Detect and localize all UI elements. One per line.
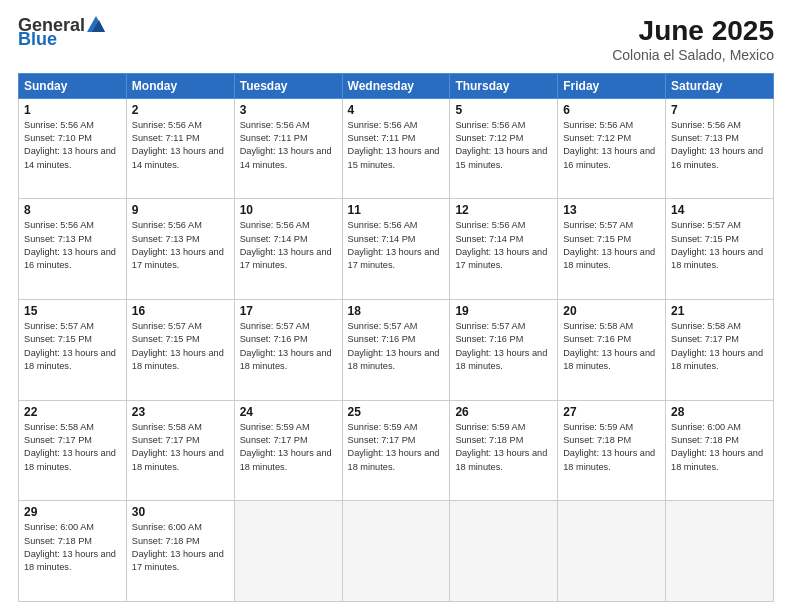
day-info: Sunrise: 5:58 AM Sunset: 7:16 PM Dayligh… bbox=[563, 320, 660, 373]
table-row: 7 Sunrise: 5:56 AM Sunset: 7:13 PM Dayli… bbox=[666, 98, 774, 199]
calendar-subtitle: Colonia el Salado, Mexico bbox=[612, 47, 774, 63]
day-info: Sunrise: 5:58 AM Sunset: 7:17 PM Dayligh… bbox=[671, 320, 768, 373]
day-number: 1 bbox=[24, 103, 121, 117]
day-number: 13 bbox=[563, 203, 660, 217]
calendar-row: 1 Sunrise: 5:56 AM Sunset: 7:10 PM Dayli… bbox=[19, 98, 774, 199]
day-number: 27 bbox=[563, 405, 660, 419]
day-info: Sunrise: 5:58 AM Sunset: 7:17 PM Dayligh… bbox=[132, 421, 229, 474]
table-row: 22 Sunrise: 5:58 AM Sunset: 7:17 PM Dayl… bbox=[19, 400, 127, 501]
day-number: 9 bbox=[132, 203, 229, 217]
day-info: Sunrise: 5:58 AM Sunset: 7:17 PM Dayligh… bbox=[24, 421, 121, 474]
calendar-row: 29 Sunrise: 6:00 AM Sunset: 7:18 PM Dayl… bbox=[19, 501, 774, 602]
day-number: 8 bbox=[24, 203, 121, 217]
logo-icon bbox=[87, 16, 105, 32]
day-number: 21 bbox=[671, 304, 768, 318]
day-number: 28 bbox=[671, 405, 768, 419]
table-row bbox=[342, 501, 450, 602]
day-info: Sunrise: 5:57 AM Sunset: 7:15 PM Dayligh… bbox=[24, 320, 121, 373]
day-info: Sunrise: 6:00 AM Sunset: 7:18 PM Dayligh… bbox=[671, 421, 768, 474]
calendar-row: 8 Sunrise: 5:56 AM Sunset: 7:13 PM Dayli… bbox=[19, 199, 774, 300]
table-row: 16 Sunrise: 5:57 AM Sunset: 7:15 PM Dayl… bbox=[126, 300, 234, 401]
header: General Blue June 2025 Colonia el Salado… bbox=[18, 16, 774, 63]
day-info: Sunrise: 5:56 AM Sunset: 7:13 PM Dayligh… bbox=[671, 119, 768, 172]
table-row: 28 Sunrise: 6:00 AM Sunset: 7:18 PM Dayl… bbox=[666, 400, 774, 501]
day-number: 10 bbox=[240, 203, 337, 217]
day-number: 16 bbox=[132, 304, 229, 318]
day-info: Sunrise: 5:59 AM Sunset: 7:17 PM Dayligh… bbox=[240, 421, 337, 474]
header-row: Sunday Monday Tuesday Wednesday Thursday… bbox=[19, 73, 774, 98]
day-number: 7 bbox=[671, 103, 768, 117]
table-row: 19 Sunrise: 5:57 AM Sunset: 7:16 PM Dayl… bbox=[450, 300, 558, 401]
calendar-row: 15 Sunrise: 5:57 AM Sunset: 7:15 PM Dayl… bbox=[19, 300, 774, 401]
table-row: 21 Sunrise: 5:58 AM Sunset: 7:17 PM Dayl… bbox=[666, 300, 774, 401]
calendar-title: June 2025 bbox=[612, 16, 774, 47]
table-row: 2 Sunrise: 5:56 AM Sunset: 7:11 PM Dayli… bbox=[126, 98, 234, 199]
day-info: Sunrise: 5:56 AM Sunset: 7:13 PM Dayligh… bbox=[132, 219, 229, 272]
day-number: 14 bbox=[671, 203, 768, 217]
table-row: 30 Sunrise: 6:00 AM Sunset: 7:18 PM Dayl… bbox=[126, 501, 234, 602]
day-info: Sunrise: 5:56 AM Sunset: 7:11 PM Dayligh… bbox=[348, 119, 445, 172]
table-row: 4 Sunrise: 5:56 AM Sunset: 7:11 PM Dayli… bbox=[342, 98, 450, 199]
table-row: 23 Sunrise: 5:58 AM Sunset: 7:17 PM Dayl… bbox=[126, 400, 234, 501]
table-row: 14 Sunrise: 5:57 AM Sunset: 7:15 PM Dayl… bbox=[666, 199, 774, 300]
day-number: 19 bbox=[455, 304, 552, 318]
day-info: Sunrise: 6:00 AM Sunset: 7:18 PM Dayligh… bbox=[24, 521, 121, 574]
day-info: Sunrise: 5:56 AM Sunset: 7:14 PM Dayligh… bbox=[455, 219, 552, 272]
col-thursday: Thursday bbox=[450, 73, 558, 98]
day-info: Sunrise: 5:57 AM Sunset: 7:16 PM Dayligh… bbox=[348, 320, 445, 373]
col-saturday: Saturday bbox=[666, 73, 774, 98]
day-number: 24 bbox=[240, 405, 337, 419]
col-sunday: Sunday bbox=[19, 73, 127, 98]
table-row bbox=[666, 501, 774, 602]
day-number: 17 bbox=[240, 304, 337, 318]
calendar-table: Sunday Monday Tuesday Wednesday Thursday… bbox=[18, 73, 774, 602]
day-number: 4 bbox=[348, 103, 445, 117]
logo: General Blue bbox=[18, 16, 105, 48]
day-number: 20 bbox=[563, 304, 660, 318]
day-info: Sunrise: 5:59 AM Sunset: 7:17 PM Dayligh… bbox=[348, 421, 445, 474]
table-row: 12 Sunrise: 5:56 AM Sunset: 7:14 PM Dayl… bbox=[450, 199, 558, 300]
col-tuesday: Tuesday bbox=[234, 73, 342, 98]
table-row: 13 Sunrise: 5:57 AM Sunset: 7:15 PM Dayl… bbox=[558, 199, 666, 300]
table-row: 6 Sunrise: 5:56 AM Sunset: 7:12 PM Dayli… bbox=[558, 98, 666, 199]
table-row: 9 Sunrise: 5:56 AM Sunset: 7:13 PM Dayli… bbox=[126, 199, 234, 300]
table-row: 24 Sunrise: 5:59 AM Sunset: 7:17 PM Dayl… bbox=[234, 400, 342, 501]
day-info: Sunrise: 5:57 AM Sunset: 7:16 PM Dayligh… bbox=[240, 320, 337, 373]
col-wednesday: Wednesday bbox=[342, 73, 450, 98]
day-info: Sunrise: 5:56 AM Sunset: 7:13 PM Dayligh… bbox=[24, 219, 121, 272]
table-row bbox=[558, 501, 666, 602]
day-info: Sunrise: 5:57 AM Sunset: 7:15 PM Dayligh… bbox=[132, 320, 229, 373]
day-info: Sunrise: 5:56 AM Sunset: 7:14 PM Dayligh… bbox=[348, 219, 445, 272]
day-number: 3 bbox=[240, 103, 337, 117]
col-friday: Friday bbox=[558, 73, 666, 98]
day-info: Sunrise: 5:59 AM Sunset: 7:18 PM Dayligh… bbox=[455, 421, 552, 474]
table-row: 29 Sunrise: 6:00 AM Sunset: 7:18 PM Dayl… bbox=[19, 501, 127, 602]
table-row: 26 Sunrise: 5:59 AM Sunset: 7:18 PM Dayl… bbox=[450, 400, 558, 501]
day-number: 29 bbox=[24, 505, 121, 519]
day-info: Sunrise: 5:56 AM Sunset: 7:11 PM Dayligh… bbox=[132, 119, 229, 172]
day-number: 23 bbox=[132, 405, 229, 419]
table-row: 10 Sunrise: 5:56 AM Sunset: 7:14 PM Dayl… bbox=[234, 199, 342, 300]
day-number: 30 bbox=[132, 505, 229, 519]
day-info: Sunrise: 5:56 AM Sunset: 7:10 PM Dayligh… bbox=[24, 119, 121, 172]
day-info: Sunrise: 5:57 AM Sunset: 7:15 PM Dayligh… bbox=[671, 219, 768, 272]
day-number: 26 bbox=[455, 405, 552, 419]
table-row: 1 Sunrise: 5:56 AM Sunset: 7:10 PM Dayli… bbox=[19, 98, 127, 199]
table-row: 8 Sunrise: 5:56 AM Sunset: 7:13 PM Dayli… bbox=[19, 199, 127, 300]
day-info: Sunrise: 5:57 AM Sunset: 7:16 PM Dayligh… bbox=[455, 320, 552, 373]
title-block: June 2025 Colonia el Salado, Mexico bbox=[612, 16, 774, 63]
day-number: 12 bbox=[455, 203, 552, 217]
day-info: Sunrise: 5:56 AM Sunset: 7:14 PM Dayligh… bbox=[240, 219, 337, 272]
table-row: 27 Sunrise: 5:59 AM Sunset: 7:18 PM Dayl… bbox=[558, 400, 666, 501]
day-number: 2 bbox=[132, 103, 229, 117]
logo-blue: Blue bbox=[18, 30, 57, 48]
day-number: 6 bbox=[563, 103, 660, 117]
day-number: 25 bbox=[348, 405, 445, 419]
table-row bbox=[450, 501, 558, 602]
day-info: Sunrise: 5:57 AM Sunset: 7:15 PM Dayligh… bbox=[563, 219, 660, 272]
day-number: 22 bbox=[24, 405, 121, 419]
table-row: 15 Sunrise: 5:57 AM Sunset: 7:15 PM Dayl… bbox=[19, 300, 127, 401]
col-monday: Monday bbox=[126, 73, 234, 98]
table-row bbox=[234, 501, 342, 602]
page: General Blue June 2025 Colonia el Salado… bbox=[0, 0, 792, 612]
